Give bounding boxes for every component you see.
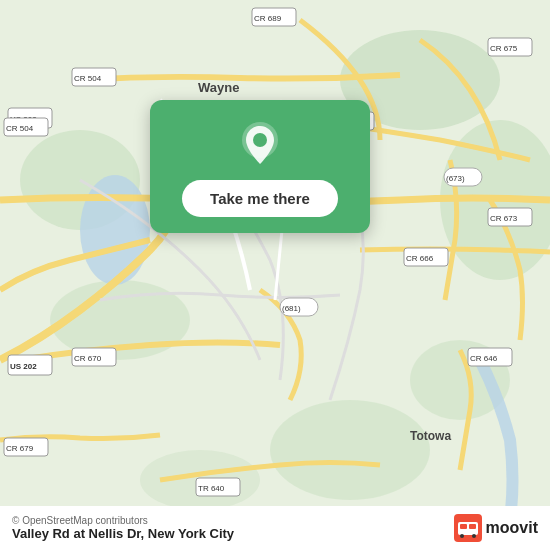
svg-text:US 202: US 202 xyxy=(10,362,37,371)
svg-text:Totowa: Totowa xyxy=(410,429,451,443)
svg-text:CR 504: CR 504 xyxy=(6,124,34,133)
svg-point-48 xyxy=(472,534,476,538)
svg-text:(673): (673) xyxy=(446,174,465,183)
bottom-left-info: © OpenStreetMap contributors Valley Rd a… xyxy=(12,515,234,541)
svg-text:CR 666: CR 666 xyxy=(406,254,434,263)
map-background: US 202 US 202 CR 689 CR 504 CR 504 CR 67… xyxy=(0,0,550,550)
location-title: Valley Rd at Nellis Dr, New York City xyxy=(12,526,234,541)
svg-text:CR 673: CR 673 xyxy=(490,214,518,223)
svg-point-42 xyxy=(253,133,267,147)
svg-text:TR 640: TR 640 xyxy=(198,484,225,493)
take-me-there-button[interactable]: Take me there xyxy=(182,180,338,217)
svg-point-8 xyxy=(80,175,150,285)
location-card: Take me there xyxy=(150,100,370,233)
svg-text:CR 646: CR 646 xyxy=(470,354,498,363)
moovit-logo: moovit xyxy=(454,514,538,542)
copyright-text: © OpenStreetMap contributors xyxy=(12,515,234,526)
svg-point-6 xyxy=(270,400,430,500)
svg-text:CR 675: CR 675 xyxy=(490,44,518,53)
svg-point-47 xyxy=(460,534,464,538)
map-container: US 202 US 202 CR 689 CR 504 CR 504 CR 67… xyxy=(0,0,550,550)
location-pin-icon xyxy=(236,120,284,168)
bottom-bar: © OpenStreetMap contributors Valley Rd a… xyxy=(0,506,550,550)
svg-text:CR 689: CR 689 xyxy=(254,14,282,23)
moovit-label: moovit xyxy=(486,519,538,537)
svg-rect-45 xyxy=(460,524,467,529)
svg-text:(681): (681) xyxy=(282,304,301,313)
svg-text:CR 679: CR 679 xyxy=(6,444,34,453)
moovit-bus-icon xyxy=(454,514,482,542)
svg-rect-46 xyxy=(469,524,476,529)
svg-text:CR 670: CR 670 xyxy=(74,354,102,363)
svg-text:CR 504: CR 504 xyxy=(74,74,102,83)
svg-point-49 xyxy=(465,516,470,521)
svg-text:Wayne: Wayne xyxy=(198,80,239,95)
